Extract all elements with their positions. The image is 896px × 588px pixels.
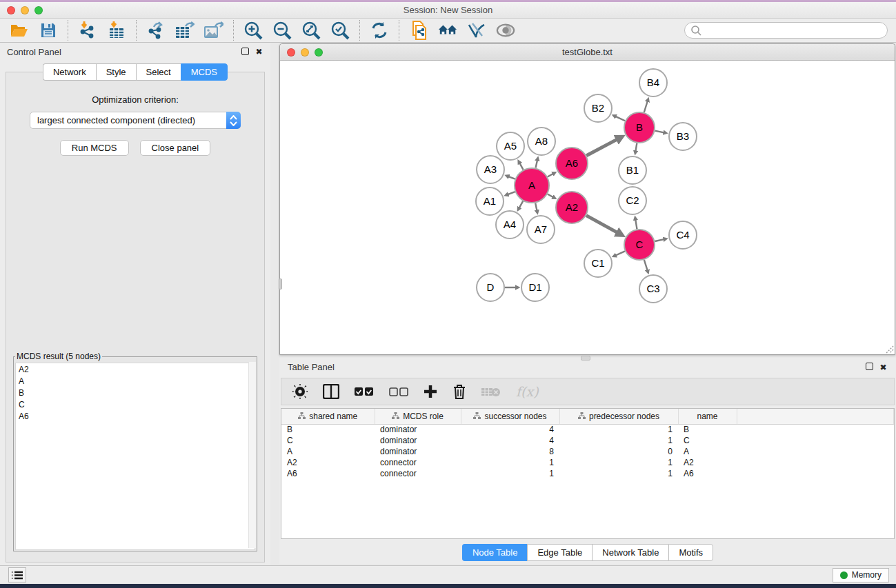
- table-cell[interactable]: dominator: [375, 446, 461, 457]
- table-cell[interactable]: C: [678, 435, 737, 446]
- graph-node-C4[interactable]: C4: [669, 221, 697, 249]
- close-table-panel-icon[interactable]: ✖: [879, 363, 888, 372]
- graph-node-A4[interactable]: A4: [496, 211, 524, 239]
- delete-columns-trash-icon[interactable]: [452, 384, 466, 399]
- mcds-result-list[interactable]: A2ABCA6: [15, 363, 255, 550]
- graph-node-A[interactable]: A: [515, 168, 549, 203]
- table-cell[interactable]: C: [281, 435, 375, 446]
- select-all-checkboxes-icon[interactable]: [355, 387, 374, 396]
- graph-node-A8[interactable]: A8: [528, 128, 555, 155]
- table-cell[interactable]: 1: [461, 457, 559, 468]
- task-history-button[interactable]: [8, 567, 26, 582]
- table-cell[interactable]: dominator: [375, 435, 461, 446]
- graph-edge-A-A7[interactable]: [535, 203, 537, 210]
- add-column-icon[interactable]: [424, 385, 437, 398]
- column-header-name[interactable]: name: [678, 409, 737, 424]
- table-cell[interactable]: A: [678, 446, 737, 457]
- graph-node-D1[interactable]: D1: [521, 274, 549, 301]
- graph-node-D[interactable]: D: [477, 274, 504, 301]
- save-session-icon[interactable]: [39, 21, 58, 40]
- panel-splitter-handle-horizontal[interactable]: [581, 356, 590, 361]
- graph-edge-C-C1[interactable]: [616, 251, 625, 255]
- table-row[interactable]: A2connector11A2: [281, 457, 894, 468]
- table-cell[interactable]: 0: [559, 446, 678, 457]
- graph-node-A2[interactable]: A2: [556, 192, 588, 223]
- network-window-titlebar[interactable]: testGlobe.txt: [280, 44, 895, 61]
- show-all-eye-icon[interactable]: [496, 21, 515, 40]
- table-cell[interactable]: B: [281, 424, 375, 435]
- graph-node-A6[interactable]: A6: [556, 148, 588, 179]
- graph-edge-A-A3[interactable]: [508, 176, 515, 179]
- float-table-panel-icon[interactable]: [866, 363, 873, 370]
- table-cell[interactable]: dominator: [375, 424, 461, 435]
- zoom-fit-icon[interactable]: [301, 21, 321, 40]
- memory-button[interactable]: Memory: [833, 568, 889, 582]
- graph-edge-A2-C[interactable]: [586, 216, 617, 233]
- table-settings-gear-icon[interactable]: [292, 384, 308, 399]
- graph-node-B3[interactable]: B3: [669, 123, 697, 150]
- criterion-dropdown[interactable]: largest connected component (directed): [30, 112, 241, 129]
- graph-edge-A-A2[interactable]: [548, 194, 553, 197]
- mcds-result-item[interactable]: C: [16, 398, 255, 410]
- graph-node-A3[interactable]: A3: [477, 156, 504, 183]
- graph-edge-B-B1[interactable]: [635, 143, 637, 152]
- search-input[interactable]: [684, 22, 888, 39]
- table-row[interactable]: Bdominator41B: [281, 424, 894, 435]
- column-header-successor-nodes[interactable]: successor nodes: [461, 409, 559, 424]
- result-list-scrollbar[interactable]: [248, 362, 256, 548]
- table-cell[interactable]: A: [281, 446, 375, 457]
- graph-node-C1[interactable]: C1: [584, 250, 612, 277]
- table-cell[interactable]: B: [678, 424, 737, 435]
- tab-edge-table[interactable]: Edge Table: [527, 544, 592, 561]
- table-cell[interactable]: 1: [559, 457, 678, 468]
- table-cell[interactable]: 4: [461, 424, 559, 435]
- graph-edge-A-A4[interactable]: [519, 201, 524, 208]
- graph-node-B2[interactable]: B2: [584, 94, 612, 122]
- graph-edge-A-A5[interactable]: [519, 163, 523, 170]
- table-cell[interactable]: A6: [678, 468, 737, 479]
- tab-network-table[interactable]: Network Table: [592, 544, 668, 561]
- graph-edge-C-C4[interactable]: [655, 239, 664, 241]
- graph-edge-A-A1[interactable]: [508, 192, 515, 194]
- column-header-predecessor-nodes[interactable]: predecessor nodes: [559, 409, 678, 424]
- import-table-icon[interactable]: [107, 21, 126, 40]
- panel-splitter-handle-left[interactable]: [279, 278, 282, 290]
- import-network-icon[interactable]: [78, 21, 97, 40]
- close-panel-icon[interactable]: ✖: [255, 48, 263, 57]
- table-row[interactable]: Cdominator41C: [281, 435, 894, 446]
- tab-motifs[interactable]: Motifs: [668, 544, 713, 561]
- zoom-selected-icon[interactable]: [330, 21, 350, 40]
- tab-mcds[interactable]: MCDS: [181, 63, 228, 81]
- table-cell[interactable]: 1: [461, 468, 559, 479]
- table-cell[interactable]: 1: [559, 468, 678, 479]
- graph-edge-A6-B[interactable]: [586, 139, 617, 156]
- zoom-in-icon[interactable]: [243, 21, 263, 40]
- column-header-MCDS-role[interactable]: MCDS role: [375, 409, 461, 424]
- tab-network[interactable]: Network: [43, 63, 96, 81]
- graph-node-B4[interactable]: B4: [639, 69, 667, 97]
- hide-selected-icon[interactable]: [467, 21, 486, 40]
- float-panel-icon[interactable]: [241, 48, 249, 55]
- mcds-result-item[interactable]: A6: [16, 410, 255, 422]
- table-cell[interactable]: 1: [559, 424, 678, 435]
- graph-node-A5[interactable]: A5: [497, 132, 524, 160]
- graph-node-B[interactable]: B: [624, 112, 655, 143]
- table-cell[interactable]: connector: [375, 457, 461, 468]
- graph-node-B1[interactable]: B1: [619, 156, 646, 184]
- mcds-result-item[interactable]: B: [16, 387, 255, 398]
- graph-edge-C-C3[interactable]: [644, 260, 648, 270]
- table-cell[interactable]: connector: [375, 468, 461, 479]
- toggle-columns-icon[interactable]: [323, 384, 339, 399]
- graph-edge-A-A8[interactable]: [536, 160, 537, 168]
- table-row[interactable]: A6connector11A6: [281, 468, 894, 479]
- graph-edge-A-A6[interactable]: [548, 174, 553, 176]
- mcds-result-item[interactable]: A: [16, 375, 255, 387]
- graph-node-C[interactable]: C: [624, 230, 655, 260]
- export-network-icon[interactable]: [146, 21, 166, 40]
- table-cell[interactable]: A6: [281, 468, 375, 479]
- table-cell[interactable]: 8: [461, 446, 559, 457]
- refresh-icon[interactable]: [370, 21, 389, 40]
- graph-edge-B-B4[interactable]: [644, 101, 648, 112]
- tab-style[interactable]: Style: [96, 63, 136, 81]
- table-cell[interactable]: 1: [559, 435, 678, 446]
